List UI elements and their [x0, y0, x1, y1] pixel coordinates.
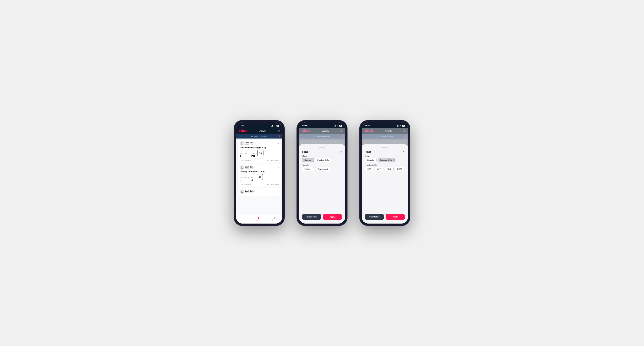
shots-value-1: 20 [251, 154, 255, 158]
viewing-bar-text-1: Viewing Activities [254, 135, 268, 137]
signal-bar-2 [272, 125, 272, 127]
clear-filters-btn-3[interactable]: Clear Filters [365, 214, 384, 220]
svg-point-0 [241, 143, 242, 143]
show-options-2: Rounds Practice Drills [302, 158, 342, 162]
viewing-bar-2: ⚙ Viewing Activities [299, 134, 345, 139]
nav-home-1[interactable]: ⌂ Home [241, 217, 245, 222]
wifi-icon-2: ▲ [337, 125, 338, 127]
menu-icon-1[interactable]: ≡ [278, 130, 280, 132]
app-header-2: clippd Activity ≡ [299, 128, 345, 134]
phone-2: 11:33 ▲ 81 clippd Activity ≡ [296, 120, 348, 226]
menu-icon-2: ≡ [341, 130, 342, 132]
dimmed-content-3: Filter ✕ Show Rounds Practice Drills Pra… [362, 139, 408, 223]
out-of-1: OUT OF [245, 153, 250, 154]
phones-container: 11:33 ▲ 81 clippd Activity ≡ [234, 120, 410, 226]
practice-drills-section-label-3: Practice Drills [365, 164, 405, 166]
user-date-3: 28 Feb 2023 [245, 192, 254, 193]
user-name-1: Josh Coles [245, 142, 254, 144]
shots-label-1: Shots [251, 153, 255, 154]
capture-icon-1: ⊕ [273, 217, 276, 220]
svg-point-2 [241, 191, 242, 192]
arg-btn-3[interactable]: ARG [384, 167, 394, 171]
notification-dot-3 [404, 135, 406, 137]
rounds-btn-2[interactable]: Rounds [302, 158, 314, 162]
more-menu-3[interactable]: ··· [277, 190, 279, 193]
more-menu-2[interactable]: ··· [277, 166, 279, 169]
header-title-1: Activity [260, 130, 266, 132]
shot-quality-badge-2: 45 [257, 174, 263, 180]
phone-1-screen: 11:33 ▲ 81 clippd Activity ≡ [236, 123, 282, 223]
filter-sheet-2: Filter ✕ Show Rounds Practice Drills Rou… [299, 144, 345, 223]
show-options-3: Rounds Practice Drills [365, 158, 405, 162]
nav-activities-1[interactable]: ♟ Activities [256, 217, 261, 222]
signal-bars-1 [271, 125, 273, 127]
activity-card-1[interactable]: Josh Coles 28 Feb 2023 ··· Must Make Put… [238, 140, 281, 163]
status-time-1: 11:33 [239, 125, 244, 127]
close-btn-2[interactable]: ✕ [340, 151, 342, 153]
card-stats-2: Score 0 OUT OF Shots 9 45 [240, 174, 279, 182]
more-menu-1[interactable]: ··· [277, 142, 279, 145]
signal-bar-3 [272, 125, 273, 127]
notch-2 [314, 120, 330, 124]
activity-card-2[interactable]: Josh Coles 28 Feb 2023 ··· Putting Combi… [238, 164, 281, 187]
tournament-btn-2[interactable]: Tournament [315, 167, 330, 171]
user-date-2: 28 Feb 2023 [245, 168, 254, 169]
shot-quality-badge-1: 75 [257, 150, 264, 156]
status-time-2: 11:33 [302, 125, 307, 127]
shots-section-2: Shots 9 [251, 177, 254, 182]
home-icon-1: ⌂ [242, 217, 244, 220]
viewing-bar-text-3: Viewing Activities [380, 135, 393, 137]
shots-section-1: Shots 20 [251, 153, 255, 158]
status-icons-3: ▲ 81 [397, 125, 405, 127]
practice-drills-options-3: OTT APP ARG PUTT [365, 167, 405, 171]
signal-bar-4 [273, 125, 273, 127]
phone-1: 11:33 ▲ 81 clippd Activity ≡ [234, 120, 285, 226]
nav-capture-1[interactable]: ⊕ Capture [272, 217, 277, 222]
apply-btn-2[interactable]: Apply [323, 214, 342, 220]
practice-drills-btn-2[interactable]: Practice Drills [315, 158, 332, 162]
filter-sheet-3: Filter ✕ Show Rounds Practice Drills Pra… [362, 144, 408, 223]
clear-filters-btn-2[interactable]: Clear Filters [302, 214, 321, 220]
user-details-1: Josh Coles 28 Feb 2023 [245, 142, 254, 145]
status-icons-2: ▲ 81 [334, 125, 342, 127]
card-title-1: Must Make Putting (3-6 ft) [240, 146, 279, 149]
practice-drills-btn-3[interactable]: Practice Drills [378, 158, 394, 162]
score-value-2: 0 [240, 178, 242, 182]
putt-btn-3[interactable]: PUTT [395, 167, 404, 171]
viewing-bar-icon-1: ⚙ [251, 135, 253, 137]
activity-card-3[interactable]: Josh Coles 28 Feb 2023 ··· [238, 188, 281, 196]
ott-btn-3[interactable]: OTT [365, 167, 374, 171]
score-label-1: Score [240, 153, 244, 154]
user-date-1: 28 Feb 2023 [245, 144, 254, 145]
rounds-btn-3[interactable]: Rounds [365, 158, 376, 162]
practice-btn-2[interactable]: Practice [302, 167, 314, 171]
close-btn-3[interactable]: ✕ [403, 151, 405, 153]
status-time-3: 11:33 [365, 125, 370, 127]
battery-icon-2: 81 [339, 125, 342, 127]
viewing-bar-1[interactable]: ⚙ Viewing Activities [236, 134, 282, 139]
footer-data-text-2: Data: Clippd Capture [266, 184, 279, 185]
card-footer-left-2: ℹ Test Information [240, 183, 250, 185]
bottom-nav-1: ⌂ Home ♟ Activities ⊕ Capture [236, 215, 282, 223]
app-btn-3[interactable]: APP [374, 167, 384, 171]
notch [251, 120, 267, 124]
user-details-3: Josh Coles 28 Feb 2023 [245, 190, 254, 193]
shot-quality-value-1: 75 [259, 152, 262, 154]
user-info-1: Josh Coles 28 Feb 2023 [240, 141, 254, 146]
notification-dot-1 [279, 135, 280, 137]
card-header-1: Josh Coles 28 Feb 2023 ··· [240, 141, 279, 146]
filter-header-3: Filter ✕ [365, 150, 405, 153]
avatar-2 [240, 165, 244, 170]
logo-3: clippd [364, 129, 373, 133]
filter-actions-2: Clear Filters Apply [302, 214, 342, 220]
apply-btn-3[interactable]: Apply [386, 214, 405, 220]
wifi-icon-3: ▲ [400, 125, 401, 127]
card-stats-1: Score 10 OUT OF Shots 20 75 [240, 150, 279, 158]
notch-3 [377, 120, 393, 124]
filter-handle-2 [318, 147, 326, 148]
user-details-2: Josh Coles 28 Feb 2023 [245, 166, 254, 169]
header-title-2: Activity [322, 130, 329, 132]
filter-title-2: Filter [302, 150, 308, 153]
info-icon-1: ℹ [240, 160, 240, 161]
activity-list-1: Josh Coles 28 Feb 2023 ··· Must Make Put… [236, 139, 282, 215]
